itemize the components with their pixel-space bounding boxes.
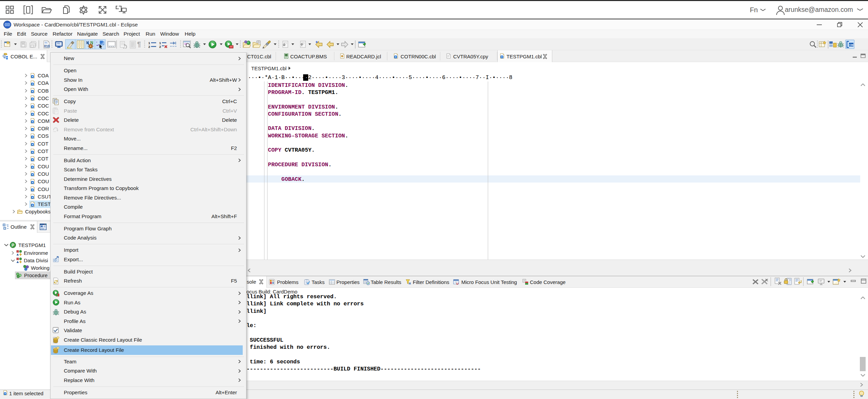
svg-text:P: P bbox=[12, 243, 14, 248]
svg-text:U: U bbox=[456, 282, 459, 285]
svg-text:1: 1 bbox=[159, 41, 161, 45]
svg-text:2: 2 bbox=[148, 45, 150, 48]
svg-text:1: 1 bbox=[148, 41, 150, 45]
svg-text:2: 2 bbox=[159, 45, 161, 48]
svg-text:010: 010 bbox=[44, 44, 50, 48]
svg-text:CBL: CBL bbox=[849, 43, 854, 46]
